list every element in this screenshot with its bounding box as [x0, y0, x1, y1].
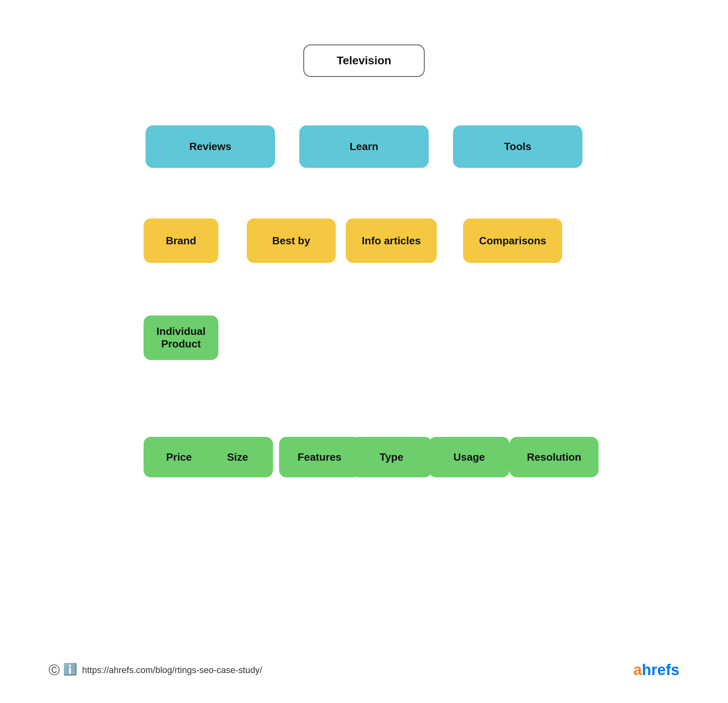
node-brand: Brand	[144, 218, 218, 263]
node-type: Type	[351, 437, 432, 477]
ahrefs-a: a	[633, 661, 642, 678]
node-tools: Tools	[453, 125, 582, 168]
node-usage: Usage	[429, 437, 510, 477]
ahrefs-rest: hrefs	[642, 661, 679, 678]
cc-icon: Ⓒ	[49, 663, 60, 678]
footer-icons: Ⓒ ℹ️	[49, 663, 77, 678]
node-individual-product: Individual Product	[144, 316, 218, 360]
ahrefs-logo: ahrefs	[633, 661, 679, 679]
node-bestby: Best by	[247, 218, 336, 263]
node-resolution: Resolution	[510, 437, 599, 477]
node-features: Features	[279, 437, 360, 477]
node-comparisons: Comparisons	[463, 218, 562, 263]
node-learn: Learn	[299, 125, 429, 168]
footer-url: https://ahrefs.com/blog/rtings-seo-case-…	[82, 665, 262, 675]
node-television: Television	[303, 44, 425, 77]
node-size: Size	[202, 437, 273, 477]
node-reviews: Reviews	[146, 125, 275, 168]
footer-left: Ⓒ ℹ️ https://ahrefs.com/blog/rtings-seo-…	[49, 663, 262, 678]
node-info-articles: Info articles	[346, 218, 437, 263]
info-icon: ℹ️	[63, 663, 77, 678]
footer: Ⓒ ℹ️ https://ahrefs.com/blog/rtings-seo-…	[0, 661, 728, 679]
